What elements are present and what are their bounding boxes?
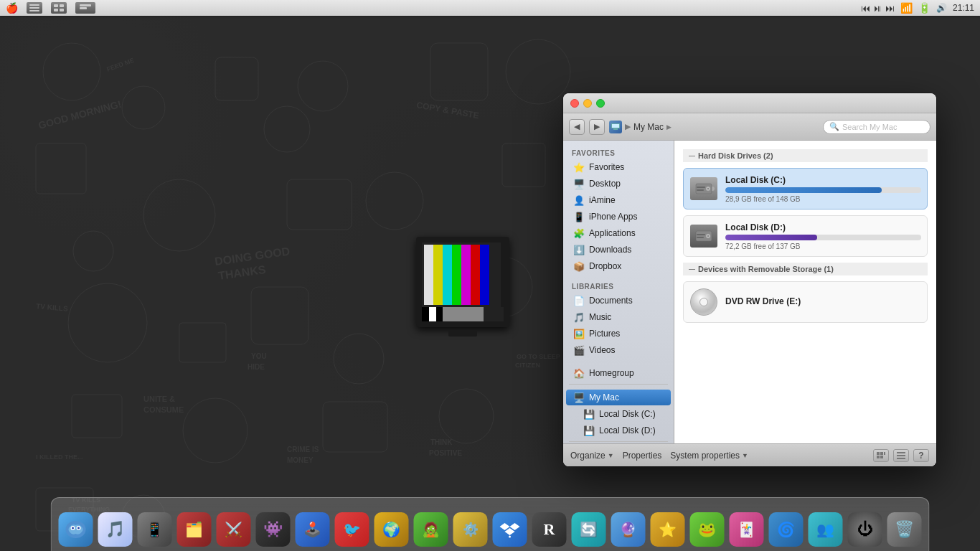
window-maximize-btn[interactable] [596,99,605,108]
dock-itunes[interactable]: 🎵 [97,511,134,548]
test-pattern-icon[interactable] [416,237,509,330]
svg-text:YOU: YOU [251,352,267,360]
sidebar-item-videos[interactable]: 🎬 Videos [566,342,671,358]
dock-cydia[interactable]: ⚙️ [452,511,489,548]
play-pause-btn[interactable]: ⏯ [873,3,882,14]
sidebar-desktop-label: Desktop [589,179,621,189]
svg-text:HIDE: HIDE [248,363,265,371]
dock-pink-app[interactable]: 🃏 [728,511,765,548]
dock-world-goo[interactable]: 🌍 [373,511,410,548]
disk-c-bar-fill [725,187,882,193]
music-icon: 🎵 [573,311,585,323]
dock-green-app[interactable]: 🐸 [689,511,726,548]
disk-c-size: 28,9 GB free of 148 GB [725,195,921,203]
svg-rect-62 [697,189,704,191]
apple-menu[interactable]: 🍎 [6,2,18,14]
svg-text:CONSUME: CONSUME [143,405,184,414]
view-buttons: ? [873,449,929,462]
dock-finder[interactable] [57,511,95,548]
local-c-icon: 💾 [583,408,595,420]
menubar-icon-1[interactable] [27,2,42,14]
dock-angry-birds[interactable]: 🐦 [334,511,371,548]
svg-text:CRIME IS: CRIME IS [287,446,319,453]
window-close-btn[interactable] [570,99,579,108]
system-properties-btn[interactable]: System properties ▼ [670,451,748,461]
dock-app1[interactable]: 🗂️ [176,511,213,548]
hard-disks-header[interactable]: — Hard Disk Drives (2) [683,149,928,162]
removable-toggle: — [689,265,695,273]
local-d-icon: 💾 [583,425,595,436]
sidebar-iphone-apps-label: iPhone Apps [589,212,637,222]
dock-iphone[interactable]: 📱 [136,511,174,548]
sidebar-documents-label: Documents [589,296,633,306]
sidebar-item-my-mac[interactable]: 🖥️ My Mac [566,390,671,405]
dock-users-app[interactable]: 👥 [807,511,844,548]
svg-rect-75 [897,458,905,459]
disk-d-name: Local Disk (D:) [725,222,921,232]
dock-dropbox[interactable] [491,511,529,548]
search-icon: 🔍 [829,122,839,131]
sidebar-item-local-d[interactable]: 💾 Local Disk (D:) [566,423,671,438]
disk-item-d[interactable]: Local Disk (D:) 72,2 GB free of 137 GB [683,215,928,257]
hard-disks-title: Hard Disk Drives (2) [698,151,773,160]
svg-rect-47 [29,7,39,9]
menubar-icon-3[interactable] [75,2,95,14]
svg-point-65 [707,235,709,237]
prev-track-btn[interactable]: ⏮ [861,3,870,14]
sidebar-item-local-c[interactable]: 💾 Local Disk (C:) [566,406,671,422]
help-btn[interactable]: ? [913,449,929,462]
disk-item-dvd[interactable]: DVD RW Drive (E:) [683,281,928,323]
removable-header[interactable]: — Devices with Removable Storage (1) [683,263,928,276]
sidebar-item-documents[interactable]: 📄 Documents [566,293,671,309]
svg-rect-56 [613,128,618,130]
svg-rect-70 [884,452,885,455]
desktop: GOOD MORNING! COPY & PASTE DOING GOOD TH… [0,0,980,551]
icon-view-btn[interactable] [873,449,889,462]
dock-zombies[interactable]: 🧟 [413,511,450,548]
desktop-icon: 🖥️ [573,178,585,189]
dock-app-r[interactable]: R [531,511,568,548]
dock-game1[interactable]: ⚔️ [215,511,253,548]
disk-d-bar-fill [725,235,817,240]
nav-forward-btn[interactable]: ▶ [589,119,605,135]
dock-gamepad[interactable]: 🕹️ [294,511,331,548]
dock-browser[interactable]: 🔮 [610,511,647,548]
dock-app2[interactable]: 👾 [255,511,292,548]
dock-power-btn[interactable]: ⏻ [847,511,884,548]
svg-rect-69 [880,452,883,455]
organize-btn[interactable]: Organize ▼ [570,451,614,461]
svg-text:THINK: THINK [430,438,453,446]
next-track-btn[interactable]: ⏭ [885,3,895,14]
svg-rect-48 [29,10,39,11]
sidebar-item-pictures[interactable]: 🖼️ Pictures [566,326,671,342]
disk-item-c[interactable]: Local Disk (C:) 28,9 GB free of 148 GB [683,168,928,209]
battery-icon: 🔋 [918,2,930,14]
breadcrumb: ▶ My Mac ▶ [609,121,819,133]
favorites-label: Favorites [563,145,674,159]
breadcrumb-path: My Mac [633,122,664,132]
list-view-btn[interactable] [893,449,909,462]
sidebar-item-desktop[interactable]: 🖥️ Desktop [566,176,671,192]
sidebar-item-homegroup[interactable]: 🏠 Homegroup [566,365,671,381]
dock-sync-app[interactable]: 🔄 [570,511,608,548]
dock-blue-app[interactable]: 🌀 [768,511,805,548]
sidebar-item-favorites[interactable]: ⭐ Favorites [566,159,671,175]
volume-icon: 🔊 [936,3,947,13]
search-box[interactable]: 🔍 Search My Mac [823,120,930,134]
sidebar-item-iphone-apps[interactable]: 📱 iPhone Apps [566,209,671,225]
sidebar-item-music[interactable]: 🎵 Music [566,309,671,325]
nav-back-btn[interactable]: ◀ [569,119,585,135]
menubar-icon-2[interactable] [51,2,67,14]
window-minimize-btn[interactable] [583,99,592,108]
sidebar-item-applications[interactable]: 🧩 Applications [566,225,671,241]
properties-label: Properties [623,451,662,461]
dock-trash[interactable]: 🗑️ [886,511,923,548]
sidebar-item-iamine[interactable]: 👤 iAmine [566,192,671,208]
sidebar-local-d-label: Local Disk (D:) [599,425,656,435]
sidebar-item-downloads[interactable]: ⬇️ Downloads [566,242,671,258]
dock-star-app[interactable]: ⭐ [649,511,687,548]
disk-c-name: Local Disk (C:) [725,175,921,185]
disk-c-bar-bg [725,187,921,193]
properties-btn[interactable]: Properties [623,451,662,461]
sidebar-item-dropbox[interactable]: 📦 Dropbox [566,258,671,274]
